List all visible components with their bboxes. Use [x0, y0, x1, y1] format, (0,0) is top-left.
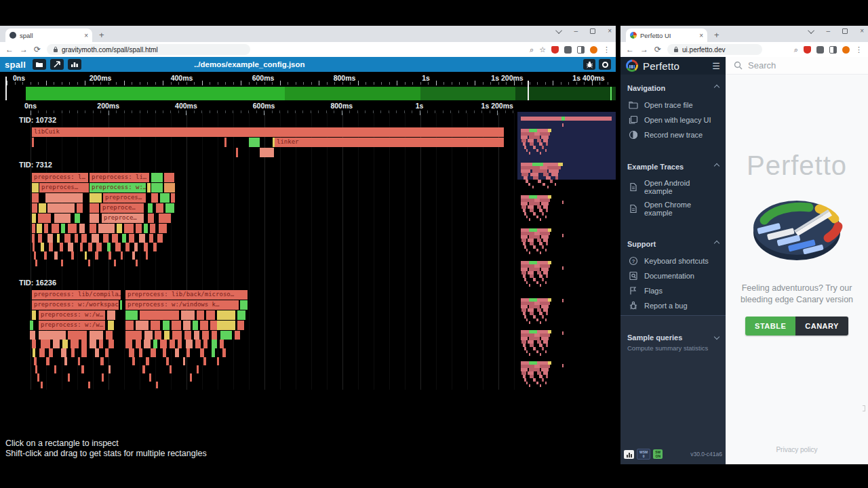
help-icon: ?	[629, 256, 638, 266]
extensions-icon[interactable]	[564, 46, 572, 54]
sidebar-item-record-new-trace[interactable]: Record new trace	[627, 127, 719, 142]
sidebar-item-label: Report a bug	[644, 302, 688, 310]
sidebar-item-open-trace-file[interactable]: Open trace file	[627, 98, 719, 113]
window-controls: – ×	[557, 28, 612, 35]
forward-button[interactable]: →	[20, 45, 28, 54]
sidebar-item-label: Open trace file	[644, 101, 693, 109]
sidebar-item-flags[interactable]: Flags	[627, 283, 719, 298]
sidebar-item-open-chrome-example[interactable]: Open Chrome example	[627, 198, 719, 220]
open-file-button[interactable]	[33, 59, 46, 70]
address-bar[interactable]: gravitymoth.com/spall/spall.html	[47, 44, 250, 55]
back-button[interactable]: ←	[626, 45, 634, 54]
status-help-text: Click on a rectangle to inspect Shift-cl…	[5, 439, 207, 459]
flag-icon	[629, 286, 638, 296]
tab-title: spall	[20, 32, 81, 39]
sidebar-item-report-a-bug[interactable]: Report a bug	[627, 298, 719, 313]
minimize-button[interactable]: –	[574, 28, 578, 35]
perfetto-app: Search Perfetto	[620, 57, 868, 464]
lock-icon	[673, 46, 679, 53]
adblock-extension-icon[interactable]	[804, 46, 811, 54]
sidebar-item-documentation[interactable]: Documentation	[627, 268, 719, 283]
sidebar-footer: WSM0 SWON v30.0-c41a6	[624, 449, 722, 460]
close-button[interactable]: ×	[860, 28, 864, 35]
menu-dots-icon[interactable]: ⋮	[603, 46, 610, 54]
sidebar-item-label: Record new trace	[644, 131, 703, 139]
sidepanel-icon[interactable]	[577, 46, 585, 54]
sidepanel-icon[interactable]	[829, 46, 837, 54]
sidebar-item-open-android-example[interactable]: Open Android example	[627, 176, 719, 198]
lock-icon	[53, 46, 58, 53]
bug-button[interactable]	[583, 59, 595, 70]
stats-button[interactable]	[68, 59, 81, 70]
sw-badge: SWON	[653, 449, 663, 459]
reload-button[interactable]: ⟳	[654, 45, 661, 54]
wsm-badge: WSM0	[637, 449, 650, 460]
sidebar-item-label: Open Android example	[644, 179, 717, 195]
canary-button[interactable]: CANARY	[795, 317, 848, 336]
sidebar-section-navigation: NavigationOpen trace fileOpen with legac…	[620, 75, 726, 153]
sidebar-item-open-with-legacy-ui[interactable]: Open with legacy UI	[627, 113, 719, 127]
url-text: gravitymoth.com/spall/spall.html	[62, 46, 158, 54]
record-button[interactable]	[599, 59, 611, 70]
profile-avatar[interactable]	[590, 46, 597, 54]
canary-prompt: Feeling adventurous? Try our bleeding ed…	[728, 283, 866, 306]
tab-search-icon[interactable]	[808, 27, 814, 34]
zoom-icon[interactable]: ⌕	[530, 46, 534, 54]
doc-icon	[629, 271, 638, 281]
metrics-badge-icon[interactable]	[624, 450, 634, 459]
sidebar-item-label: Documentation	[644, 272, 694, 280]
search-bar[interactable]: Search	[726, 57, 868, 75]
perfetto-logo-icon	[626, 60, 638, 72]
pointer-tool-button[interactable]	[50, 59, 64, 70]
forward-button[interactable]: →	[640, 45, 648, 54]
maximize-button[interactable]	[590, 28, 595, 34]
document-title: ../demos/example_config.json	[194, 60, 305, 68]
address-bar[interactable]: ui.perfetto.dev	[667, 44, 762, 55]
hamburger-menu-icon[interactable]: ☰	[712, 61, 720, 71]
browser-toolbar: ← → ⟳ gravitymoth.com/spall/spall.html ⌕…	[0, 42, 616, 57]
profile-avatar[interactable]	[842, 46, 850, 54]
minimize-button[interactable]: –	[827, 28, 831, 35]
tab-spall[interactable]: spall ×	[5, 28, 92, 42]
hero-title: Perfetto	[726, 150, 868, 181]
section-title[interactable]: Support	[627, 240, 719, 248]
status-line-1: Click on a rectangle to inspect	[5, 439, 207, 449]
record-icon	[629, 130, 638, 140]
section-title[interactable]: Example Traces	[627, 163, 719, 171]
bookmark-star-icon[interactable]: ☆	[539, 46, 546, 54]
back-button[interactable]: ←	[5, 45, 14, 54]
sidebar-section-sample-queries: Sample queriesCompute summary statistics	[620, 324, 726, 359]
adblock-extension-icon[interactable]	[551, 46, 559, 54]
tab-strip: spall × + – ×	[0, 26, 616, 42]
tab-search-icon[interactable]	[555, 27, 562, 34]
section-title[interactable]: Sample queries	[627, 333, 719, 342]
privacy-policy-link[interactable]: Privacy policy	[726, 446, 868, 453]
menu-dots-icon[interactable]: ⋮	[855, 46, 863, 54]
maximize-button[interactable]	[842, 28, 848, 34]
stable-button[interactable]: STABLE	[745, 317, 795, 336]
tab-perfetto[interactable]: Perfetto UI ×	[626, 28, 707, 42]
tab-close-icon[interactable]: ×	[699, 32, 703, 39]
spall-toolbar: spall ../demos/example_config.json	[0, 57, 616, 72]
circle-icon	[602, 62, 608, 68]
new-tab-button[interactable]: +	[99, 30, 104, 40]
brand-name: Perfetto	[643, 60, 679, 72]
legacy-ui-icon	[629, 115, 638, 125]
bug-icon	[629, 301, 638, 310]
desktop: spall × + – × ← → ⟳ gravitymoth.com/spal…	[0, 0, 868, 488]
perfetto-sidebar: Perfetto ☰ NavigationOpen trace fileOpen…	[620, 57, 726, 464]
reload-button[interactable]: ⟳	[34, 45, 41, 54]
folder-icon	[629, 100, 638, 110]
version-label: v30.0-c41a6	[690, 451, 722, 458]
perfetto-logo	[749, 190, 844, 265]
extensions-icon[interactable]	[816, 46, 824, 54]
extensions-row: ⌕ ⋮	[794, 46, 863, 54]
sidebar-item-keyboard-shortcuts[interactable]: ?Keyboard shortcuts	[627, 253, 719, 268]
section-title[interactable]: Navigation	[627, 84, 719, 92]
zoom-icon[interactable]: ⌕	[794, 46, 798, 54]
tab-close-icon[interactable]: ×	[84, 32, 88, 39]
sidebar-section-example-traces: Example TracesOpen Android exampleOpen C…	[620, 153, 726, 230]
close-button[interactable]: ×	[608, 28, 612, 35]
tab-title: Perfetto UI	[640, 32, 696, 39]
new-tab-button[interactable]: +	[714, 30, 719, 40]
